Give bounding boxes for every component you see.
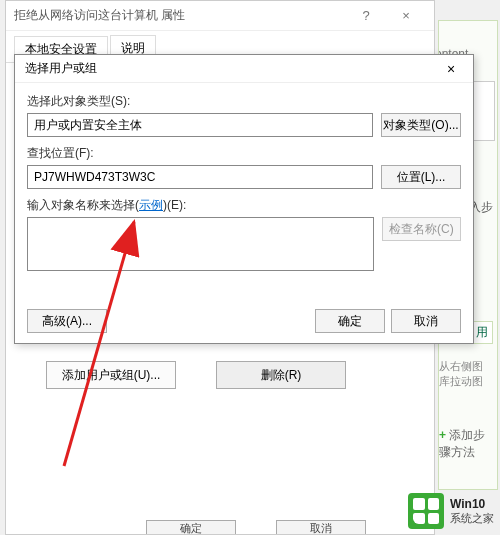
close-icon[interactable]: × xyxy=(435,57,467,81)
object-names-label: 输入对象名称来选择(示例)(E): xyxy=(27,197,461,214)
parent-titlebar: 拒绝从网络访问这台计算机 属性 ? × xyxy=(6,1,434,31)
add-step-link[interactable]: + 添加步骤方法 xyxy=(439,427,493,461)
watermark-logo-icon xyxy=(408,493,444,529)
child-title: 选择用户或组 xyxy=(25,60,97,77)
object-type-button[interactable]: 对象类型(O)... xyxy=(381,113,461,137)
close-button[interactable]: × xyxy=(386,1,426,31)
examples-link[interactable]: 示例 xyxy=(139,198,163,212)
watermark-text: Win10 系统之家 xyxy=(450,498,494,523)
ok-button[interactable]: 确定 xyxy=(315,309,385,333)
location-input[interactable] xyxy=(27,165,373,189)
check-names-button[interactable]: 检查名称(C) xyxy=(382,217,461,241)
help-button[interactable]: ? xyxy=(346,1,386,31)
object-type-label: 选择此对象类型(S): xyxy=(27,93,461,110)
parent-title: 拒绝从网络访问这台计算机 属性 xyxy=(14,7,185,24)
child-titlebar: 选择用户或组 × xyxy=(15,55,473,83)
location-label: 查找位置(F): xyxy=(27,145,461,162)
parent-ok-button[interactable]: 确定 xyxy=(146,520,236,534)
parent-cancel-button[interactable]: 取消 xyxy=(276,520,366,534)
object-type-input[interactable] xyxy=(27,113,373,137)
add-user-group-button[interactable]: 添加用户或组(U)... xyxy=(46,361,176,389)
drag-hint: 从右侧图库拉动图 xyxy=(439,359,493,389)
advanced-button[interactable]: 高级(A)... xyxy=(27,309,107,333)
select-user-group-dialog: 选择用户或组 × 选择此对象类型(S): 对象类型(O)... 查找位置(F):… xyxy=(14,54,474,344)
watermark: Win10 系统之家 xyxy=(408,493,494,529)
object-names-input[interactable] xyxy=(27,217,374,271)
cancel-button[interactable]: 取消 xyxy=(391,309,461,333)
remove-button[interactable]: 删除(R) xyxy=(216,361,346,389)
location-button[interactable]: 位置(L)... xyxy=(381,165,461,189)
